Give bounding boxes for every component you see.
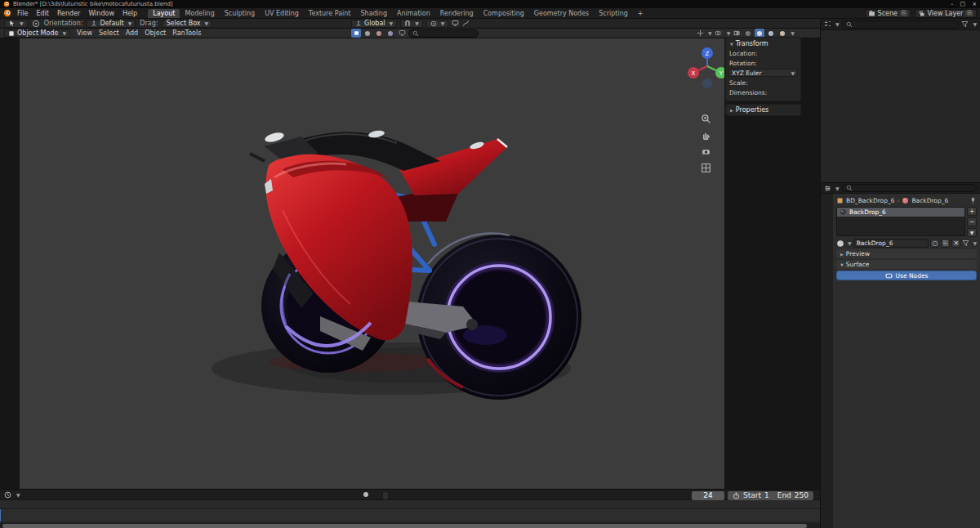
- properties-search-input[interactable]: [855, 185, 973, 192]
- viewport-render-motorcycle: [20, 38, 724, 489]
- pin-icon[interactable]: [969, 197, 977, 204]
- window-minimize-button[interactable]: –: [951, 1, 954, 7]
- viewport-search-input[interactable]: [421, 29, 474, 37]
- outliner: ▼ ▼: [820, 19, 980, 182]
- transform-panel-title[interactable]: Transform: [736, 40, 768, 47]
- toggle-2[interactable]: [363, 29, 372, 38]
- outliner-filter-icon[interactable]: [961, 20, 969, 28]
- dimensions-label: Dimensions:: [729, 89, 798, 96]
- properties-panel-title[interactable]: Properties: [736, 106, 768, 114]
- workspace-tab-rendering[interactable]: Rendering: [435, 9, 479, 18]
- properties-breadcrumb: BD_BackDrop_6 › BackDrop_6: [836, 195, 977, 205]
- menu-help[interactable]: Help: [118, 9, 141, 18]
- window-maximize-button[interactable]: □: [960, 1, 966, 7]
- mode-dropdown[interactable]: Object Mode▼: [4, 29, 70, 38]
- remove-slot-button[interactable]: −: [967, 217, 977, 226]
- workspace-tab-uv-editing[interactable]: UV Editing: [260, 9, 304, 18]
- outliner-search[interactable]: [842, 20, 960, 29]
- timeline-scrollbar[interactable]: [0, 523, 820, 528]
- rotation-label: Rotation:: [729, 60, 798, 67]
- material-slot-item[interactable]: BackDrop_6: [837, 208, 964, 217]
- view-layer-new-button[interactable]: ⎘: [965, 10, 973, 16]
- topbar: FileEditRenderWindowHelp LayoutModelingS…: [0, 8, 980, 19]
- surface-panel-header[interactable]: ▼Surface: [836, 260, 977, 269]
- fake-user-button[interactable]: ○: [930, 239, 939, 248]
- use-nodes-button[interactable]: Use Nodes: [836, 271, 977, 280]
- camera-view-button[interactable]: [701, 146, 711, 157]
- menu-edit[interactable]: Edit: [32, 9, 53, 18]
- menu-render[interactable]: Render: [53, 9, 84, 18]
- perspective-toggle-button[interactable]: [701, 163, 711, 173]
- view-layer-selector[interactable]: View Layer ⎘: [915, 9, 977, 18]
- drag-dropdown[interactable]: Select Box▼: [162, 20, 212, 28]
- gizmos-dropdown[interactable]: [695, 29, 705, 38]
- viewport-menu-rantools[interactable]: RanTools: [169, 29, 204, 37]
- menu-window[interactable]: Window: [84, 9, 118, 18]
- outliner-display-mode-icon[interactable]: [824, 20, 831, 28]
- new-material-button[interactable]: ⎘: [941, 239, 950, 248]
- scene-selector[interactable]: Scene ⎘: [865, 9, 911, 18]
- playhead-line[interactable]: [0, 509, 1, 521]
- auto-keying-button[interactable]: [361, 490, 371, 499]
- workspace-tab-compositing[interactable]: Compositing: [479, 9, 529, 18]
- viewport-menu-select[interactable]: Select: [96, 29, 122, 37]
- active-tool-dropdown[interactable]: ▼: [4, 20, 28, 28]
- workspace-tab-scripting[interactable]: Scripting: [594, 9, 633, 18]
- workspace-tab-geometry-nodes[interactable]: Geometry Nodes: [529, 9, 594, 18]
- timeline-channels[interactable]: [0, 509, 820, 521]
- properties-search[interactable]: [842, 184, 977, 192]
- navigation-gizmo[interactable]: Z X Y: [683, 43, 724, 90]
- current-frame-field[interactable]: 24: [692, 491, 724, 500]
- rotation-mode-dropdown[interactable]: XYZ Euler▼: [728, 69, 798, 77]
- workspace-tab-texture-paint[interactable]: Texture Paint: [304, 9, 356, 18]
- toggle-5[interactable]: [397, 29, 407, 38]
- view-layer-name: View Layer: [928, 10, 964, 17]
- annotation-icon[interactable]: [462, 20, 470, 27]
- location-label: Location:: [729, 50, 798, 57]
- properties-editor-icon[interactable]: [824, 185, 831, 192]
- material-slot-list[interactable]: BackDrop_6: [836, 207, 965, 236]
- overlays-dropdown[interactable]: [714, 29, 724, 38]
- toggle-1[interactable]: [351, 29, 361, 38]
- end-frame-field[interactable]: 250: [795, 491, 808, 499]
- falloff-icon[interactable]: [32, 20, 40, 28]
- viewport-menus: ViewSelectAddObjectRanTools: [74, 29, 204, 37]
- timeline-scrollbar-thumb[interactable]: [2, 524, 807, 528]
- pan-button[interactable]: [701, 130, 711, 141]
- material-name-field[interactable]: BackDrop_6: [853, 239, 929, 248]
- timeline-editor-icon[interactable]: [4, 491, 11, 499]
- unlink-material-button[interactable]: ✕: [951, 239, 960, 248]
- toggle-4[interactable]: [385, 29, 395, 38]
- add-slot-button[interactable]: +: [967, 207, 977, 216]
- proportional-editing-dropdown[interactable]: ▼: [426, 20, 449, 28]
- preview-panel-header[interactable]: ▶Preview: [836, 249, 977, 258]
- 3d-viewport[interactable]: Z X Y: [20, 38, 724, 489]
- render-preview-icon[interactable]: [452, 20, 459, 27]
- viewport-menu-view[interactable]: View: [74, 29, 96, 37]
- workspace-tab-+[interactable]: +: [633, 9, 648, 18]
- orientation-dropdown[interactable]: Default▼: [87, 20, 136, 28]
- viewport-menu-object[interactable]: Object: [141, 29, 169, 37]
- window-close-button[interactable]: ×: [972, 1, 977, 7]
- scene-new-button[interactable]: ⎘: [900, 10, 908, 16]
- zoom-button[interactable]: [701, 114, 711, 124]
- viewport-menu-add[interactable]: Add: [122, 29, 142, 37]
- transform-orientation-dropdown[interactable]: Global▼: [351, 20, 397, 28]
- snapping-dropdown[interactable]: ▼: [400, 20, 423, 28]
- workspace-tab-sculpting[interactable]: Sculpting: [220, 9, 260, 18]
- timeline-ruler[interactable]: [0, 500, 820, 509]
- start-frame-field[interactable]: 1: [764, 491, 769, 499]
- blender-menu-icon[interactable]: [3, 9, 11, 17]
- menu-file[interactable]: File: [13, 9, 32, 18]
- viewport-search[interactable]: [408, 29, 479, 38]
- slot-specials-button[interactable]: ▼: [967, 228, 977, 237]
- workspace-tab-shading[interactable]: Shading: [355, 9, 392, 18]
- workspace-tab-modeling[interactable]: Modeling: [180, 9, 219, 18]
- scene-icon: [868, 10, 875, 17]
- material-browse-icon[interactable]: [836, 239, 844, 248]
- workspace-tab-layout[interactable]: Layout: [148, 9, 180, 18]
- workspace-tab-animation[interactable]: Animation: [392, 9, 435, 18]
- toggle-3[interactable]: [374, 29, 384, 38]
- outliner-search-input[interactable]: [855, 20, 956, 28]
- material-filter-icon[interactable]: [962, 239, 969, 247]
